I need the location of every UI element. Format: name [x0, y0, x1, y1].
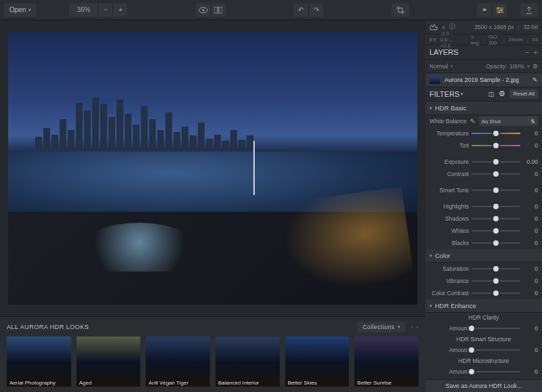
slider-track[interactable] [472, 218, 520, 219]
layer-item[interactable]: Aurora 2019 Sample - 2.jpg ✎ [425, 73, 542, 87]
slider-knob[interactable] [493, 131, 499, 136]
look-preset[interactable]: Anti Vegan Tiger [146, 336, 210, 387]
look-name: Better Skies [288, 380, 317, 386]
crop-button[interactable] [392, 3, 409, 17]
slider-value: 0 [523, 347, 538, 353]
slider-knob[interactable] [493, 240, 499, 246]
slider-knob[interactable] [493, 204, 499, 209]
panel-toggles: ⚭ [477, 3, 507, 17]
filters-header: FILTERS▾ ◫ ⚙ Reset All [425, 87, 542, 102]
slider-track[interactable] [472, 161, 520, 162]
look-preset[interactable]: Better Skies [285, 336, 350, 387]
export-button[interactable] [520, 3, 538, 17]
eyedropper-icon[interactable]: ✎ [470, 118, 476, 125]
slider-knob[interactable] [493, 228, 499, 234]
slider-label: Contrast [430, 171, 469, 177]
open-dropdown[interactable]: Open ▾ [4, 3, 37, 17]
look-preset[interactable]: Balanced Interior [215, 336, 280, 387]
slider-track[interactable] [472, 280, 520, 282]
add-layer-button[interactable]: + [534, 48, 538, 56]
slider-value: 0 [523, 215, 538, 222]
collections-dropdown[interactable]: Collections▾ [357, 322, 406, 332]
brush-icon[interactable]: ✎ [533, 77, 538, 83]
filter-gear-icon[interactable]: ⚙ [499, 89, 505, 98]
slider-track[interactable] [472, 349, 520, 351]
slider-value: 0.00 [523, 158, 538, 165]
looks-title: ALL AURORA HDR LOOKS [7, 324, 89, 330]
looks-panel: ALL AURORA HDR LOOKS Collections▾ ‹ › Ae… [0, 316, 425, 392]
reset-all-button[interactable]: Reset All [509, 89, 538, 98]
slider-knob[interactable] [469, 326, 474, 331]
filters-panel-toggle[interactable] [492, 3, 507, 17]
history-controls: ↶ ↷ [293, 3, 323, 17]
slider-track[interactable] [472, 268, 520, 269]
filter-group-header[interactable]: ▾HDR Enhance [425, 299, 542, 313]
slider-knob[interactable] [493, 290, 499, 296]
chevron-down-icon: ▾ [28, 7, 31, 13]
redo-button[interactable]: ↷ [308, 3, 323, 17]
look-preset[interactable]: Aerial Photography [7, 336, 71, 387]
slider-label: Shadows [430, 215, 469, 222]
look-preset[interactable]: Better Sunrise [354, 336, 419, 387]
slider-track[interactable] [472, 206, 520, 207]
slider-track[interactable] [472, 242, 520, 244]
slider-knob[interactable] [493, 216, 499, 221]
slider-track[interactable] [472, 173, 520, 175]
slider-knob[interactable] [493, 278, 499, 284]
slider-track[interactable] [472, 190, 520, 191]
slider-knob[interactable] [493, 266, 499, 271]
gear-icon[interactable]: ⚙ [533, 63, 538, 70]
slider-knob[interactable] [493, 188, 499, 193]
chevron-left-icon[interactable]: ‹ [411, 324, 414, 330]
collapse-layers-button[interactable]: − [525, 48, 529, 56]
slider-control: Blacks0 [425, 237, 542, 249]
slider-control: Temperature0 [425, 127, 542, 139]
slider-knob[interactable] [469, 347, 474, 353]
compare-icon[interactable] [211, 3, 226, 17]
slider-value: 0 [523, 171, 538, 177]
slider-knob[interactable] [493, 143, 499, 148]
slider-label: Highlights [430, 203, 469, 210]
slider-control: Tint0 [425, 139, 542, 152]
zoom-in-button[interactable]: + [112, 3, 127, 17]
opacity-value[interactable]: 100% [509, 63, 524, 70]
looks-panel-toggle[interactable]: ⚭ [477, 3, 492, 17]
svg-rect-3 [219, 7, 222, 14]
slider-track[interactable] [472, 292, 520, 294]
slider-knob[interactable] [469, 369, 474, 374]
slider-value: 0 [523, 240, 538, 246]
slider-track[interactable] [472, 133, 520, 134]
zoom-value[interactable]: 36% [69, 3, 98, 17]
slider-value: 0 [523, 130, 538, 137]
look-preset[interactable]: Aged [77, 336, 141, 387]
eye-icon[interactable] [196, 3, 211, 17]
mask-icon[interactable]: ◫ [488, 91, 495, 97]
subsection-title: HDR Microstructure [425, 356, 542, 366]
slider-label: Vibrance [430, 278, 469, 284]
filter-group-header[interactable]: ▾Color [425, 249, 542, 263]
chevron-right-icon[interactable]: › [417, 324, 419, 330]
slider-track[interactable] [472, 230, 520, 232]
slider-control: Color Contrast0 [425, 287, 542, 299]
svg-rect-2 [214, 7, 217, 14]
svg-point-1 [202, 9, 204, 11]
slider-knob[interactable] [493, 159, 499, 165]
histogram-icon[interactable] [430, 24, 438, 30]
canvas-area[interactable] [0, 20, 425, 316]
wb-select[interactable]: As Shot⇅ [479, 116, 538, 126]
slider-value: 0 [523, 278, 538, 284]
layer-name: Aurora 2019 Sample - 2.jpg [444, 77, 519, 83]
undo-button[interactable]: ↶ [293, 3, 308, 17]
blend-mode-select[interactable]: Normal [430, 63, 448, 70]
svg-point-5 [500, 9, 501, 10]
slider-knob[interactable] [493, 171, 499, 177]
layers-icon[interactable]: ⬨ [442, 24, 445, 30]
slider-track[interactable] [472, 371, 520, 372]
slider-track[interactable] [472, 328, 520, 329]
save-look-button[interactable]: Save as Aurora HDR Look... [425, 379, 542, 392]
filter-group-header[interactable]: ▾HDR Basic [425, 102, 542, 115]
slider-track[interactable] [472, 145, 520, 146]
zoom-control: 36% − + [69, 3, 127, 17]
filter-group-name: Color [435, 252, 451, 259]
zoom-out-button[interactable]: − [98, 3, 112, 17]
